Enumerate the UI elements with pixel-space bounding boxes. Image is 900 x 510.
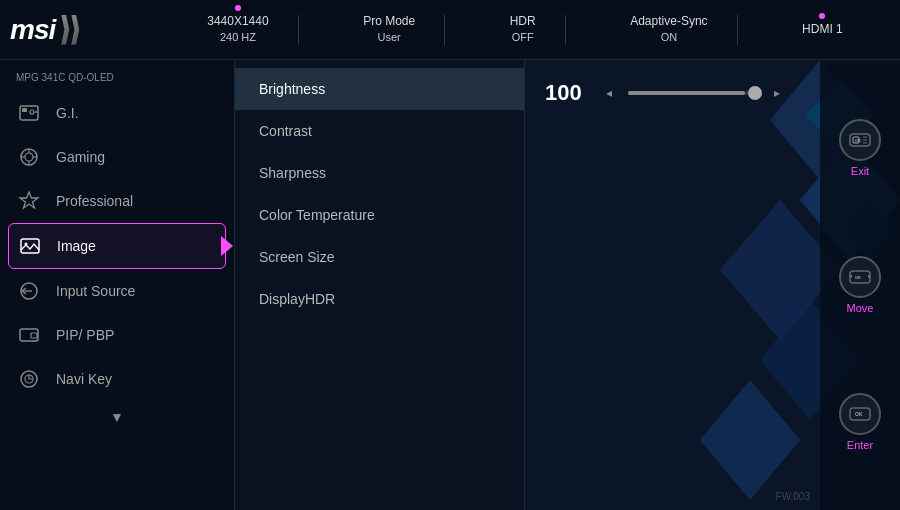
slider-fill [628, 91, 745, 95]
move-btn-circle: OK [839, 256, 881, 298]
logo-chevron-2 [71, 15, 79, 45]
svg-text:OK: OK [855, 275, 861, 280]
move-label: Move [847, 302, 874, 314]
svg-text:OK: OK [855, 411, 863, 417]
sidebar-item-image[interactable]: Image [8, 223, 226, 269]
input-source-icon [16, 278, 42, 304]
main-content: MPG 341C QD-OLED G.I. [0, 60, 900, 510]
pip-pbp-icon [16, 322, 42, 348]
brightness-slider[interactable] [628, 91, 758, 95]
exit-btn-circle: OK [839, 119, 881, 161]
right-controls: OK Exit OK Move OK [820, 60, 900, 510]
menu-item-color-temp[interactable]: Color Temperature [235, 194, 524, 236]
menu-item-brightness[interactable]: Brightness [235, 68, 524, 110]
logo-chevron-1 [61, 15, 69, 45]
sidebar-item-pip-pbp[interactable]: PIP/ PBP [0, 313, 234, 357]
sidebar-item-input-source[interactable]: Input Source [0, 269, 234, 313]
slider-right-arrow[interactable]: ▸ [774, 86, 780, 100]
sidebar-item-gi[interactable]: G.I. [0, 91, 234, 135]
slider-thumb [748, 86, 762, 100]
svg-marker-22 [20, 192, 38, 208]
image-icon [17, 233, 43, 259]
brightness-control: 100 ◂ ▸ [545, 80, 780, 106]
enter-button[interactable]: OK Enter [839, 393, 881, 451]
sidebar-item-gaming[interactable]: Gaming [0, 135, 234, 179]
svg-text:OK: OK [855, 138, 861, 143]
gaming-icon [16, 144, 42, 170]
menu-item-screen-size[interactable]: Screen Size [235, 236, 524, 278]
brightness-value: 100 [545, 80, 590, 106]
exit-label: Exit [851, 165, 869, 177]
svg-rect-13 [22, 108, 27, 112]
firmware-version: FW.003 [776, 491, 810, 502]
menu-panel: Brightness Contrast Sharpness Color Temp… [235, 60, 525, 510]
monitor-label: MPG 341C QD-OLED [0, 68, 234, 91]
top-bar: msi 3440X1440 240 HZ Pro Mode User HDR O… [0, 0, 900, 60]
professional-icon [16, 188, 42, 214]
enter-btn-circle: OK [839, 393, 881, 435]
top-stats: 3440X1440 240 HZ Pro Mode User HDR OFF A… [160, 13, 890, 45]
svg-point-14 [30, 110, 34, 114]
svg-point-17 [25, 153, 33, 161]
stat-resolution: 3440X1440 240 HZ [207, 13, 268, 45]
sidebar-more-button[interactable]: ▼ [0, 401, 234, 433]
sidebar: MPG 341C QD-OLED G.I. [0, 60, 235, 510]
move-button[interactable]: OK Move [839, 256, 881, 314]
sidebar-item-professional[interactable]: Professional [0, 179, 234, 223]
gi-icon [16, 100, 42, 126]
stat-adaptive-sync: Adaptive-Sync ON [630, 13, 707, 45]
logo-area: msi [10, 14, 160, 46]
msi-logo: msi [10, 14, 55, 46]
slider-left-arrow[interactable]: ◂ [606, 86, 612, 100]
stat-pro-mode: Pro Mode User [363, 13, 415, 45]
stat-hdr: HDR OFF [510, 13, 536, 45]
svg-rect-27 [20, 329, 38, 341]
enter-label: Enter [847, 439, 873, 451]
menu-item-displayhdr[interactable]: DisplayHDR [235, 278, 524, 320]
logo-chevrons [61, 15, 79, 45]
settings-panel: 100 ◂ ▸ [525, 60, 820, 510]
stat-hdmi: HDMI 1 [802, 21, 843, 38]
exit-button[interactable]: OK Exit [839, 119, 881, 177]
sidebar-item-navi-key[interactable]: Navi Key [0, 357, 234, 401]
svg-point-15 [35, 111, 37, 113]
svg-rect-28 [31, 333, 37, 338]
navi-key-icon [16, 366, 42, 392]
menu-item-contrast[interactable]: Contrast [235, 110, 524, 152]
menu-item-sharpness[interactable]: Sharpness [235, 152, 524, 194]
